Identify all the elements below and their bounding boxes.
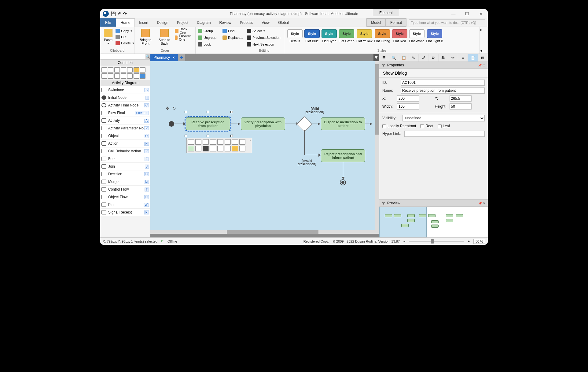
back-one-button[interactable]: Back One [175,28,193,34]
style-swatch-0[interactable]: Style [287,29,303,38]
ft-color-5[interactable] [217,146,223,151]
pin-icon[interactable]: 📌 ☐ [478,64,485,67]
style-swatch-7[interactable]: Style [409,29,424,38]
ft-icon-1[interactable] [188,139,194,145]
tool-item-join[interactable]: JoinJ [100,163,150,170]
activity-node-receive[interactable]: Receive prescription from patient [186,117,230,130]
tool-line-icon[interactable] [140,67,145,73]
tool-item-activity-final-node[interactable]: Activity Final NodeC [100,102,150,109]
tool-item-signal-receipt[interactable]: Signal ReceiptR [100,209,150,216]
cut-button[interactable]: Cut [116,34,134,40]
tab-close-icon[interactable]: × [172,55,175,60]
select-button[interactable]: Select▼ [247,28,280,34]
toolbox-header-activity[interactable]: Activity Diagram [100,80,150,86]
registered-link[interactable]: Registered Copy. [303,240,329,243]
tool-text-icon[interactable] [127,67,133,73]
forward-one-button[interactable]: Forward One [175,35,193,40]
leaf-check[interactable]: Leaf [438,124,450,128]
tool-item-activity-parameter-nod[interactable]: Activity Parameter NodP [100,125,150,132]
ft-icon-7[interactable] [232,139,238,145]
horizontal-scrollbar[interactable] [150,230,375,234]
close-button[interactable]: ✕ [474,9,488,18]
ft-icon-8[interactable] [239,139,245,145]
menu-review[interactable]: Review [215,18,235,27]
style-swatch-1[interactable]: Style [304,29,320,38]
ft-color-1[interactable] [188,146,194,151]
tool-item-call-behavior-action[interactable]: Call Behavior ActionV [100,147,150,155]
ungroup-button[interactable]: Ungroup [198,35,216,40]
tool-misc5-icon[interactable] [140,73,145,79]
id-field[interactable] [401,80,485,86]
tool-move-icon[interactable] [108,67,113,73]
refresh-icon[interactable]: ⟳ [161,239,164,243]
document-tab[interactable]: Pharmacy × [150,54,178,61]
style-swatch-4[interactable]: Style [357,29,372,38]
ft-color-6[interactable] [225,146,231,151]
tool-item-action[interactable]: ActionN [100,140,150,147]
collapse-icon[interactable]: ⮟ [382,63,385,67]
tool-misc4-icon[interactable] [134,73,139,79]
tab-overflow-icon[interactable]: ▼ [373,54,379,61]
menu-model[interactable]: Model [366,18,386,27]
name-field[interactable] [401,87,485,94]
resize-handle[interactable] [207,135,209,137]
style-swatch-3[interactable]: Style [339,29,354,38]
ft-color-7[interactable] [232,146,238,151]
ft-icon-3[interactable] [203,139,209,145]
paste-button[interactable]: Paste ▼ [103,28,114,48]
menu-format[interactable]: Format [386,18,406,27]
tool-item-object-flow[interactable]: Object FlowU [100,193,150,201]
ribbon-options-icon[interactable]: ▾ [480,49,487,53]
resize-handle[interactable] [230,111,233,113]
panel-icon-6[interactable]: ⚙ [428,54,438,61]
activity-final-node[interactable] [340,179,346,185]
menu-view[interactable]: View [257,18,274,27]
prev-selection-button[interactable]: Previous Selection [247,35,280,40]
tool-misc1-icon[interactable] [114,73,120,79]
locally-reentrant-check[interactable]: Locally Reentrant [382,124,416,128]
copy-button[interactable]: Copy▼ [116,28,134,34]
zoom-slider[interactable] [409,241,464,242]
tool-zoom-icon[interactable] [114,67,120,73]
y-field[interactable] [450,95,472,102]
tool-item-flow-final[interactable]: Flow FinalShift + F [100,109,150,117]
ft-color-2[interactable] [195,146,201,151]
panel-icon-8[interactable]: ✏ [448,54,458,61]
delete-button[interactable]: Delete▼ [116,40,134,46]
tool-item-merge[interactable]: MergeM [100,178,150,186]
panel-icon-2[interactable]: 🔍 [389,54,399,61]
ft-color-4[interactable] [210,146,216,151]
panel-icon-9[interactable]: ≡ [458,54,468,61]
tool-item-swimlane[interactable]: SwimlaneS [100,86,150,94]
pin-icon[interactable]: 📌 ✕ [478,202,485,205]
style-swatch-2[interactable]: Style [322,29,337,38]
ft-color-3[interactable] [203,146,209,151]
panel-icon-1[interactable]: ☰ [379,54,389,61]
tool-item-activity[interactable]: ActivityA [100,117,150,125]
resize-handle[interactable] [230,135,233,137]
preview-canvas[interactable] [379,207,488,237]
panel-icon-4[interactable]: ✎ [409,54,419,61]
activity-node-dispense[interactable]: Dispense medication to patient [321,117,365,130]
menu-process[interactable]: Process [236,18,257,27]
minimize-button[interactable]: — [447,9,460,18]
add-tab-button[interactable]: + [178,54,185,61]
menu-insert[interactable]: Insert [135,18,153,27]
save-icon[interactable]: 💾 [111,11,116,16]
hyperlink-field[interactable] [404,131,485,137]
find-button[interactable]: Find... [222,28,243,34]
lock-button[interactable]: Lock [198,42,216,47]
tool-item-pin[interactable]: PinW [100,201,150,209]
ribbon-more-icon[interactable]: ▸ [480,28,487,32]
vertical-scrollbar[interactable] [375,61,379,234]
x-field[interactable] [397,95,419,102]
tool-connector-icon[interactable] [108,73,113,79]
tool-misc3-icon[interactable] [127,73,133,79]
undo-icon[interactable]: ↶ [118,11,121,16]
rotate-handle-icon[interactable]: ↻ [172,106,176,111]
tool-group-icon[interactable] [101,73,107,79]
zoom-in-icon[interactable]: + [468,240,469,243]
context-tab[interactable]: Element [373,9,399,16]
tool-item-control-flow[interactable]: Control FlowT [100,186,150,193]
tool-container-icon[interactable] [134,67,139,73]
